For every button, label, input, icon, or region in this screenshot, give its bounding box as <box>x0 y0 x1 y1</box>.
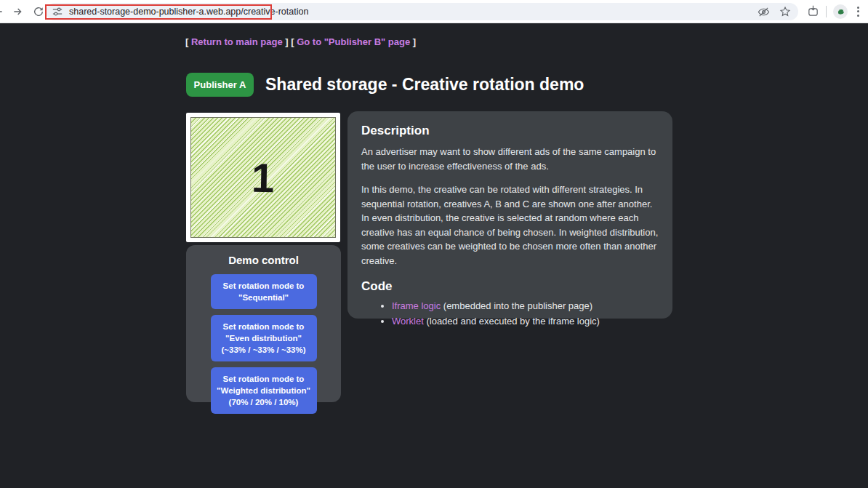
ad-creative-image: 1 <box>190 117 336 238</box>
browser-toolbar: shared-storage-demo-publisher-a.web.app/… <box>0 0 868 23</box>
code-heading: Code <box>361 279 660 294</box>
worklet-link[interactable]: Worklet <box>392 316 424 327</box>
demo-control-panel: Demo control Set rotation mode to "Seque… <box>186 245 341 402</box>
forward-icon[interactable] <box>11 6 24 17</box>
nav-bracket: ] <box>410 36 416 47</box>
code-link-suffix: (embedded into the publisher page) <box>441 300 592 311</box>
set-even-distribution-button[interactable]: Set rotation mode to "Even distribution"… <box>211 315 317 361</box>
top-nav: [ Return to main page ] [ Go to "Publish… <box>185 36 416 47</box>
description-paragraph: An advertiser may want to show different… <box>361 145 660 173</box>
page-body: [ Return to main page ] [ Go to "Publish… <box>0 23 868 488</box>
code-list-item: Iframe logic (embedded into the publishe… <box>392 298 660 313</box>
publisher-badge: Publisher A <box>186 73 254 97</box>
set-weighted-distribution-button[interactable]: Set rotation mode to "Weighted distribut… <box>211 367 317 414</box>
box-arrow-icon[interactable] <box>807 5 819 17</box>
page-title: Shared storage - Creative rotation demo <box>265 75 584 95</box>
reload-icon[interactable] <box>32 6 45 17</box>
nav-bracket: [ <box>185 36 191 47</box>
toolbar-right-icons <box>807 0 862 23</box>
ad-creative-iframe: 1 <box>186 113 340 242</box>
site-settings-icon[interactable] <box>52 7 63 17</box>
browser-menu-icon[interactable] <box>854 5 862 18</box>
back-icon[interactable] <box>0 6 5 17</box>
return-main-page-link[interactable]: Return to main page <box>191 36 283 47</box>
nav-bracket: ] [ <box>283 36 297 47</box>
description-heading: Description <box>361 124 660 138</box>
code-list-item: Worklet (loaded and executed by the ifra… <box>392 313 660 329</box>
publisher-b-page-link[interactable]: Go to "Publisher B" page <box>297 36 410 47</box>
code-link-suffix: (loaded and executed by the iframe logic… <box>424 316 600 327</box>
set-sequential-button[interactable]: Set rotation mode to "Sequential" <box>211 274 317 309</box>
iframe-logic-link[interactable]: Iframe logic <box>392 300 441 311</box>
description-paragraph: In this demo, the creative can be rotate… <box>361 183 660 268</box>
bookmark-star-icon[interactable] <box>779 6 791 17</box>
creative-number: 1 <box>252 153 275 201</box>
toolbar-divider <box>826 6 827 17</box>
demo-control-heading: Demo control <box>186 254 341 266</box>
description-panel: Description An advertiser may want to sh… <box>347 111 672 319</box>
url-bar[interactable]: shared-storage-demo-publisher-a.web.app/… <box>46 3 798 20</box>
code-link-list: Iframe logic (embedded into the publishe… <box>361 298 660 329</box>
extension-icon[interactable] <box>833 4 848 19</box>
visibility-off-icon[interactable] <box>758 6 770 18</box>
url-text: shared-storage-demo-publisher-a.web.app/… <box>69 7 308 17</box>
